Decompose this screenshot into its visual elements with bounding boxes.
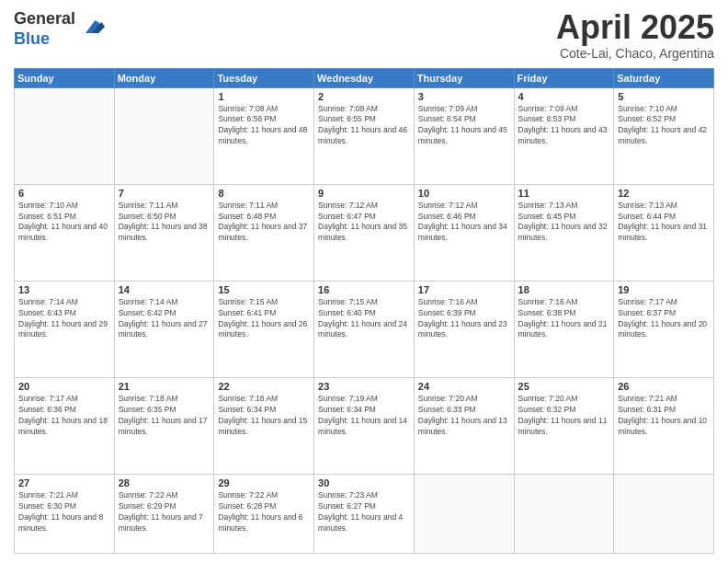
calendar-cell: 21Sunrise: 7:18 AM Sunset: 6:35 PM Dayli…: [114, 377, 214, 474]
day-number: 26: [618, 381, 710, 392]
logo-text: General Blue: [14, 9, 75, 49]
calendar-cell: 6Sunrise: 7:10 AM Sunset: 6:51 PM Daylig…: [15, 184, 115, 281]
day-info: Sunrise: 7:09 AM Sunset: 6:54 PM Dayligh…: [418, 104, 510, 148]
calendar-cell: 17Sunrise: 7:16 AM Sunset: 6:39 PM Dayli…: [414, 281, 514, 377]
day-info: Sunrise: 7:09 AM Sunset: 6:53 PM Dayligh…: [518, 104, 610, 148]
calendar-cell: 16Sunrise: 7:15 AM Sunset: 6:40 PM Dayli…: [314, 281, 415, 377]
day-number: 17: [418, 284, 510, 295]
day-info: Sunrise: 7:12 AM Sunset: 6:46 PM Dayligh…: [418, 201, 510, 245]
day-info: Sunrise: 7:18 AM Sunset: 6:34 PM Dayligh…: [218, 394, 310, 438]
page: General Blue April 2025 Cote-Lai, Chaco,…: [0, 0, 728, 563]
day-info: Sunrise: 7:08 AM Sunset: 6:56 PM Dayligh…: [218, 104, 310, 148]
day-info: Sunrise: 7:17 AM Sunset: 6:36 PM Dayligh…: [18, 394, 110, 438]
day-number: 14: [119, 284, 210, 295]
day-info: Sunrise: 7:21 AM Sunset: 6:31 PM Dayligh…: [618, 394, 710, 438]
day-info: Sunrise: 7:13 AM Sunset: 6:44 PM Dayligh…: [618, 201, 710, 245]
calendar-cell: 3Sunrise: 7:09 AM Sunset: 6:54 PM Daylig…: [414, 87, 514, 184]
day-info: Sunrise: 7:16 AM Sunset: 6:39 PM Dayligh…: [418, 297, 510, 341]
calendar-week-row: 13Sunrise: 7:14 AM Sunset: 6:43 PM Dayli…: [15, 281, 714, 377]
day-number: 27: [18, 477, 110, 488]
calendar-cell: [15, 87, 115, 184]
weekday-header: Saturday: [614, 68, 714, 87]
calendar-cell: 12Sunrise: 7:13 AM Sunset: 6:44 PM Dayli…: [614, 184, 714, 281]
calendar-cell: 8Sunrise: 7:11 AM Sunset: 6:48 PM Daylig…: [214, 184, 314, 281]
day-number: 6: [18, 188, 110, 199]
calendar-cell: 20Sunrise: 7:17 AM Sunset: 6:36 PM Dayli…: [15, 377, 115, 474]
calendar-cell: 9Sunrise: 7:12 AM Sunset: 6:47 PM Daylig…: [314, 184, 415, 281]
day-number: 9: [318, 188, 410, 199]
weekday-header: Friday: [514, 68, 614, 87]
calendar-cell: 2Sunrise: 7:08 AM Sunset: 6:55 PM Daylig…: [314, 87, 415, 184]
day-info: Sunrise: 7:23 AM Sunset: 6:27 PM Dayligh…: [318, 490, 410, 534]
weekday-header: Thursday: [414, 68, 514, 87]
calendar-cell: 15Sunrise: 7:15 AM Sunset: 6:41 PM Dayli…: [214, 281, 314, 377]
weekday-header: Tuesday: [214, 68, 314, 87]
day-number: 24: [418, 381, 510, 392]
day-number: 20: [18, 381, 110, 392]
day-number: 10: [418, 188, 510, 199]
day-number: 8: [218, 188, 310, 199]
day-info: Sunrise: 7:13 AM Sunset: 6:45 PM Dayligh…: [518, 201, 610, 245]
logo-icon: [79, 14, 105, 40]
day-info: Sunrise: 7:10 AM Sunset: 6:51 PM Dayligh…: [18, 201, 110, 245]
day-number: 13: [18, 284, 110, 295]
logo-general: General: [14, 9, 75, 29]
calendar-cell: 24Sunrise: 7:20 AM Sunset: 6:33 PM Dayli…: [414, 377, 514, 474]
day-number: 15: [218, 284, 310, 295]
calendar-cell: 28Sunrise: 7:22 AM Sunset: 6:29 PM Dayli…: [114, 474, 214, 553]
day-number: 30: [318, 477, 410, 488]
calendar-week-row: 20Sunrise: 7:17 AM Sunset: 6:36 PM Dayli…: [15, 377, 714, 474]
calendar-table: SundayMondayTuesdayWednesdayThursdayFrid…: [14, 68, 714, 554]
day-info: Sunrise: 7:15 AM Sunset: 6:40 PM Dayligh…: [318, 297, 410, 341]
day-info: Sunrise: 7:22 AM Sunset: 6:29 PM Dayligh…: [119, 490, 210, 534]
calendar-cell: 23Sunrise: 7:19 AM Sunset: 6:34 PM Dayli…: [314, 377, 415, 474]
calendar-cell: [114, 87, 214, 184]
day-number: 25: [518, 381, 610, 392]
calendar-cell: [614, 474, 714, 553]
calendar-cell: 27Sunrise: 7:21 AM Sunset: 6:30 PM Dayli…: [15, 474, 115, 553]
calendar-cell: 22Sunrise: 7:18 AM Sunset: 6:34 PM Dayli…: [214, 377, 314, 474]
calendar-cell: [414, 474, 514, 553]
calendar-header-row: SundayMondayTuesdayWednesdayThursdayFrid…: [15, 68, 714, 87]
calendar-cell: 1Sunrise: 7:08 AM Sunset: 6:56 PM Daylig…: [214, 87, 314, 184]
day-info: Sunrise: 7:20 AM Sunset: 6:33 PM Dayligh…: [418, 394, 510, 438]
day-number: 11: [518, 188, 610, 199]
calendar-cell: 10Sunrise: 7:12 AM Sunset: 6:46 PM Dayli…: [414, 184, 514, 281]
day-number: 28: [119, 477, 210, 488]
day-number: 22: [218, 381, 310, 392]
calendar-cell: 19Sunrise: 7:17 AM Sunset: 6:37 PM Dayli…: [614, 281, 714, 377]
day-info: Sunrise: 7:15 AM Sunset: 6:41 PM Dayligh…: [218, 297, 310, 341]
calendar-cell: 11Sunrise: 7:13 AM Sunset: 6:45 PM Dayli…: [514, 184, 614, 281]
day-number: 23: [318, 381, 410, 392]
calendar-cell: [514, 474, 614, 553]
day-info: Sunrise: 7:11 AM Sunset: 6:48 PM Dayligh…: [218, 201, 310, 245]
day-info: Sunrise: 7:14 AM Sunset: 6:42 PM Dayligh…: [119, 297, 210, 341]
calendar-cell: 30Sunrise: 7:23 AM Sunset: 6:27 PM Dayli…: [314, 474, 415, 553]
logo: General Blue: [14, 9, 105, 49]
day-info: Sunrise: 7:17 AM Sunset: 6:37 PM Dayligh…: [618, 297, 710, 341]
day-info: Sunrise: 7:19 AM Sunset: 6:34 PM Dayligh…: [318, 394, 410, 438]
day-number: 2: [318, 91, 410, 102]
weekday-header: Wednesday: [314, 68, 415, 87]
calendar-cell: 13Sunrise: 7:14 AM Sunset: 6:43 PM Dayli…: [15, 281, 115, 377]
day-number: 18: [518, 284, 610, 295]
location: Cote-Lai, Chaco, Argentina: [556, 46, 714, 61]
day-info: Sunrise: 7:21 AM Sunset: 6:30 PM Dayligh…: [18, 490, 110, 534]
calendar-cell: 4Sunrise: 7:09 AM Sunset: 6:53 PM Daylig…: [514, 87, 614, 184]
calendar-cell: 7Sunrise: 7:11 AM Sunset: 6:50 PM Daylig…: [114, 184, 214, 281]
title-block: April 2025 Cote-Lai, Chaco, Argentina: [556, 9, 714, 61]
day-number: 5: [618, 91, 710, 102]
weekday-header: Monday: [114, 68, 214, 87]
header: General Blue April 2025 Cote-Lai, Chaco,…: [14, 9, 714, 61]
day-info: Sunrise: 7:08 AM Sunset: 6:55 PM Dayligh…: [318, 104, 410, 148]
month-title: April 2025: [556, 9, 714, 46]
day-info: Sunrise: 7:14 AM Sunset: 6:43 PM Dayligh…: [18, 297, 110, 341]
day-info: Sunrise: 7:10 AM Sunset: 6:52 PM Dayligh…: [618, 104, 710, 148]
day-number: 1: [218, 91, 310, 102]
calendar-cell: 14Sunrise: 7:14 AM Sunset: 6:42 PM Dayli…: [114, 281, 214, 377]
day-number: 12: [618, 188, 710, 199]
calendar-cell: 25Sunrise: 7:20 AM Sunset: 6:32 PM Dayli…: [514, 377, 614, 474]
day-number: 16: [318, 284, 410, 295]
day-number: 7: [119, 188, 210, 199]
day-info: Sunrise: 7:16 AM Sunset: 6:38 PM Dayligh…: [518, 297, 610, 341]
